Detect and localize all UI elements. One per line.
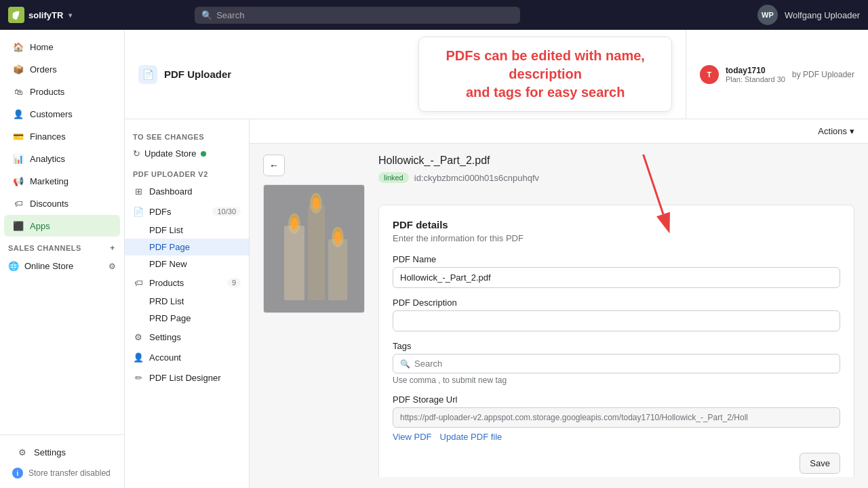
sidebar-item-home[interactable]: 🏠 Home bbox=[4, 36, 120, 58]
form-actions: Save bbox=[393, 453, 840, 474]
sales-channels-header: SALES CHANNELS ＋ bbox=[0, 237, 124, 256]
pdf-description-input[interactable] bbox=[393, 310, 840, 331]
save-button[interactable]: Save bbox=[800, 453, 840, 474]
pdf-name-input[interactable] bbox=[393, 267, 840, 288]
add-sales-channel-icon[interactable]: ＋ bbox=[108, 243, 117, 253]
svg-rect-12 bbox=[308, 205, 325, 300]
pdf-preview-section: ← bbox=[263, 155, 365, 477]
discounts-icon: 🏷 bbox=[12, 197, 24, 209]
announcement-text: PDFs can be edited with name, descriptio… bbox=[433, 47, 657, 102]
today-info: today1710 Plan: Standard 30 bbox=[726, 66, 785, 83]
store-name: solifyTR bbox=[28, 10, 63, 20]
sidebar-item-analytics[interactable]: 📊 Analytics bbox=[4, 148, 120, 169]
shopify-logo-icon bbox=[8, 7, 24, 23]
pdf-details-desc: Enter the information for this PDF bbox=[393, 233, 840, 243]
tags-hint: Use comma , to submit new tag bbox=[393, 375, 840, 385]
pdf-uploader-icon: 📄 bbox=[138, 65, 157, 84]
green-dot-indicator bbox=[201, 151, 206, 157]
customers-icon: 👤 bbox=[12, 108, 24, 120]
search-container: 🔍 bbox=[195, 7, 520, 24]
store-transfer-bar: i Store transfer disabled bbox=[4, 464, 120, 483]
pdf-main-content: Actions ▾ ← bbox=[250, 119, 868, 488]
sidebar-nav: 🏠 Home 📦 Orders 🛍 Products 👤 Customers 💳… bbox=[0, 30, 124, 434]
content-area: TO SEE CHANGES ↻ Update Store PDF UPLOAD… bbox=[125, 119, 868, 488]
by-pdf-uploader: by PDF Uploader bbox=[792, 70, 854, 79]
dashboard-icon: ⊞ bbox=[133, 186, 144, 197]
main-content: 📄 PDF Uploader PDFs can be edited with n… bbox=[125, 30, 868, 488]
plugin-sidebar: TO SEE CHANGES ↻ Update Store PDF UPLOAD… bbox=[125, 119, 250, 488]
topbar-right: WP Wolfgang Uploader bbox=[757, 5, 860, 25]
pdf-name-group: PDF Name bbox=[393, 254, 840, 288]
pdf-links: View PDF Update PDF file bbox=[393, 432, 840, 442]
sidebar-item-orders[interactable]: 📦 Orders bbox=[4, 58, 120, 80]
pdfs-badge: 10/30 bbox=[212, 207, 241, 216]
store-chevron-icon: ▾ bbox=[68, 12, 72, 19]
app-header: 📄 PDF Uploader bbox=[125, 30, 405, 119]
plugin-nav-account[interactable]: 👤 Account bbox=[125, 347, 249, 367]
plugin-sub-prd-page[interactable]: PRD Page bbox=[125, 310, 249, 327]
back-arrow-icon: ← bbox=[269, 160, 279, 171]
today-badge-section: T today1710 Plan: Standard 30 by PDF Upl… bbox=[686, 30, 868, 119]
svg-point-18 bbox=[310, 193, 322, 214]
pdf-details-card: PDF details Enter the information for th… bbox=[378, 205, 854, 477]
pdf-description-label: PDF Description bbox=[393, 298, 840, 308]
actions-bar: Actions ▾ bbox=[250, 119, 868, 144]
user-avatar[interactable]: WP bbox=[757, 5, 778, 25]
sidebar-item-online-store[interactable]: 🌐 Online Store ⚙ bbox=[0, 256, 124, 276]
svg-rect-11 bbox=[284, 226, 304, 300]
marketing-icon: 📢 bbox=[12, 175, 24, 187]
linked-badge: linked bbox=[378, 172, 409, 183]
pdf-url-label: PDF Storage Url bbox=[393, 394, 840, 405]
update-store-button[interactable]: ↻ Update Store bbox=[125, 144, 249, 163]
actions-button[interactable]: Actions ▾ bbox=[818, 126, 854, 136]
tags-search-input[interactable] bbox=[414, 359, 833, 369]
announcement-card: PDFs can be edited with name, descriptio… bbox=[418, 37, 671, 112]
plugin-sub-pdf-list[interactable]: PDF List bbox=[125, 222, 249, 239]
store-logo[interactable]: solifyTR ▾ bbox=[8, 7, 72, 23]
pdf-thumbnail bbox=[263, 184, 365, 313]
analytics-icon: 📊 bbox=[12, 152, 24, 165]
pdf-url-input[interactable] bbox=[393, 407, 840, 428]
tags-search-icon: 🔍 bbox=[400, 359, 410, 369]
online-store-left: 🌐 Online Store bbox=[8, 261, 73, 271]
pdf-name-label: PDF Name bbox=[393, 254, 840, 264]
plugin-nav-dashboard[interactable]: ⊞ Dashboard bbox=[125, 181, 249, 201]
sidebar-item-marketing[interactable]: 📢 Marketing bbox=[4, 170, 120, 192]
app-header-row: 📄 PDF Uploader PDFs can be edited with n… bbox=[125, 30, 868, 119]
pdf-icon: 📄 bbox=[142, 69, 154, 80]
sidebar-item-discounts[interactable]: 🏷 Discounts bbox=[4, 192, 120, 214]
plugin-sub-pdf-new[interactable]: PDF New bbox=[125, 256, 249, 272]
sidebar-item-settings[interactable]: ⚙ Settings bbox=[8, 441, 116, 463]
pdf-filename: Hollowick_-_Part_2.pdf bbox=[378, 155, 854, 167]
plugin-design-icon: ✏ bbox=[133, 372, 144, 383]
sidebar-footer: ⚙ Settings i Store transfer disabled bbox=[0, 434, 124, 488]
search-box: 🔍 bbox=[195, 7, 520, 24]
online-store-settings-icon[interactable]: ⚙ bbox=[108, 262, 116, 271]
app-header-left: 📄 PDF Uploader bbox=[138, 65, 231, 84]
view-pdf-link[interactable]: View PDF bbox=[393, 432, 432, 442]
online-store-icon: 🌐 bbox=[8, 261, 19, 271]
pdf-id: id:ckybzbmci000h01s6cnpuhqfv bbox=[414, 173, 539, 183]
app-title: PDF Uploader bbox=[164, 68, 231, 80]
apps-icon: ⬛ bbox=[12, 220, 24, 232]
update-pdf-link[interactable]: Update PDF file bbox=[440, 432, 502, 442]
plugin-nav-settings[interactable]: ⚙ Settings bbox=[125, 327, 249, 347]
user-name: Wolfgang Uploader bbox=[785, 10, 860, 20]
svg-point-19 bbox=[332, 227, 344, 247]
sidebar-item-apps[interactable]: ⬛ Apps bbox=[4, 215, 120, 237]
search-input[interactable] bbox=[216, 10, 513, 20]
plugin-nav-pdfs[interactable]: 📄 PDFs 10/30 bbox=[125, 201, 249, 222]
pdf-details-title: PDF details bbox=[393, 219, 840, 230]
sidebar-item-customers[interactable]: 👤 Customers bbox=[4, 103, 120, 125]
sidebar-item-finances[interactable]: 💳 Finances bbox=[4, 125, 120, 147]
plugin-sub-pdf-page[interactable]: PDF Page bbox=[125, 239, 249, 256]
pdf-detail-area: ← bbox=[250, 144, 868, 488]
plugin-nav-products[interactable]: 🏷 Products 9 bbox=[125, 272, 249, 293]
back-button[interactable]: ← bbox=[263, 155, 285, 176]
plugin-nav-pdf-list-designer[interactable]: ✏ PDF List Designer bbox=[125, 367, 249, 388]
sidebar-item-products[interactable]: 🛍 Products bbox=[4, 81, 120, 102]
settings-icon: ⚙ bbox=[16, 446, 28, 458]
plugin-sub-prd-list[interactable]: PRD List bbox=[125, 293, 249, 310]
pdf-id-row: linked id:ckybzbmci000h01s6cnpuhqfv bbox=[378, 172, 854, 183]
products-icon: 🛍 bbox=[12, 85, 24, 98]
